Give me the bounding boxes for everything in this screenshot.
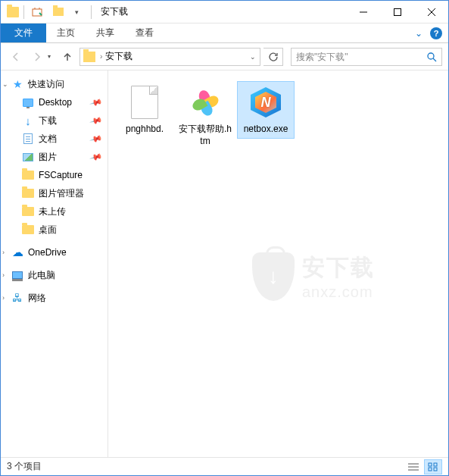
minimize-button[interactable] (346, 1, 380, 23)
pin-icon: 📌 (89, 96, 104, 109)
sidebar-item-documents[interactable]: 文档 📌 (1, 130, 108, 148)
chevron-right-icon[interactable]: › (2, 271, 5, 279)
back-button[interactable] (7, 48, 25, 66)
qat-separator (23, 5, 24, 19)
picture-icon (22, 151, 34, 163)
breadcrumb-current[interactable]: 安下载 (104, 50, 134, 63)
expand-ribbon-icon[interactable]: ⌄ (415, 28, 422, 39)
watermark-cn: 安下载 (302, 252, 375, 283)
folder-icon (7, 7, 19, 17)
sidebar-item-desktop[interactable]: Desktop 📌 (1, 93, 108, 111)
chevron-right-icon[interactable]: › (2, 294, 5, 302)
svg-rect-12 (429, 468, 432, 471)
folder-icon (22, 169, 34, 181)
tab-home[interactable]: 主页 (46, 23, 86, 42)
sidebar-onedrive[interactable]: › ☁ OneDrive (1, 243, 108, 261)
content-area: ⌄ ★ 快速访问 Desktop 📌 ↓ 下载 📌 文档 📌 图片 📌 FSCa… (1, 70, 448, 457)
network-icon: 🖧 (11, 292, 23, 304)
sidebar-quick-access[interactable]: ⌄ ★ 快速访问 (1, 75, 108, 93)
forward-button[interactable] (28, 48, 46, 66)
sidebar-thispc[interactable]: › 此电脑 (1, 266, 108, 284)
navbar: ▾ › 安下载 ⌄ (1, 43, 448, 70)
qat-customize-dropdown[interactable]: ▾ (71, 7, 82, 17)
maximize-button[interactable] (380, 1, 414, 23)
pin-icon: 📌 (89, 132, 104, 146)
sidebar-item-label: 图片管理器 (39, 187, 84, 200)
svg-rect-13 (434, 468, 437, 471)
tab-view[interactable]: 查看 (125, 23, 164, 42)
chevron-right-icon[interactable]: › (98, 52, 104, 61)
status-count: 3 个项目 (7, 460, 42, 473)
watermark-en: anxz.com (302, 283, 375, 301)
details-view-button[interactable] (404, 459, 422, 474)
statusbar: 3 个项目 (1, 457, 448, 475)
sidebar-item-downloads[interactable]: ↓ 下载 📌 (1, 111, 108, 130)
address-dropdown[interactable]: ⌄ (245, 53, 260, 61)
refresh-button[interactable] (263, 48, 283, 66)
qat-newfolder-button[interactable] (50, 4, 67, 20)
history-dropdown[interactable]: ▾ (48, 53, 51, 60)
file-icon (126, 84, 163, 121)
icons-view-button[interactable] (424, 459, 442, 474)
svg-rect-0 (33, 9, 42, 16)
titlebar-separator (91, 5, 92, 19)
tab-share[interactable]: 共享 (86, 23, 125, 42)
download-icon: ↓ (22, 114, 34, 127)
tab-file[interactable]: 文件 (1, 23, 46, 42)
file-item[interactable]: pnghhbd. (116, 81, 173, 139)
sidebar-item-label: 图片 (39, 151, 57, 164)
search-button[interactable] (422, 52, 441, 62)
svg-rect-11 (434, 463, 437, 466)
file-area[interactable]: pnghhbd. 安下载帮助.htm N netbox.exe 安下载 anxz… (108, 70, 448, 457)
sidebar-item-label: FSCapture (39, 170, 83, 180)
navigation-pane: ⌄ ★ 快速访问 Desktop 📌 ↓ 下载 📌 文档 📌 图片 📌 FSCa… (1, 70, 108, 457)
cloud-icon: ☁ (11, 246, 23, 258)
exe-icon: N (248, 84, 284, 121)
sidebar-item-fscapture[interactable]: FSCapture (1, 166, 108, 184)
pc-icon (11, 269, 23, 281)
star-icon: ★ (11, 78, 23, 90)
sidebar-network[interactable]: › 🖧 网络 (1, 289, 108, 307)
sidebar-item-label: 未上传 (39, 205, 66, 218)
file-label: netbox.exe (244, 124, 288, 136)
chevron-down-icon[interactable]: ⌄ (2, 80, 8, 88)
search-input[interactable] (292, 52, 422, 62)
qat-properties-button[interactable] (29, 4, 45, 20)
ribbon-right: ⌄ ? (415, 23, 448, 42)
watermark: 安下载 anxz.com (252, 252, 375, 301)
file-item[interactable]: 安下载帮助.htm (176, 81, 234, 150)
window-controls (346, 1, 448, 23)
folder-icon (22, 224, 34, 236)
sidebar-item-label: 网络 (28, 292, 46, 305)
sidebar-item-label: 此电脑 (28, 269, 55, 282)
folder-icon (22, 187, 34, 199)
sidebar-item-label: 下载 (39, 114, 57, 127)
folder-icon (22, 205, 34, 218)
sidebar-item-notuploaded[interactable]: 未上传 (1, 202, 108, 221)
sidebar-item-desktop2[interactable]: 桌面 (1, 221, 108, 239)
view-switcher (404, 459, 442, 474)
svg-line-6 (433, 58, 436, 61)
help-icon[interactable]: ? (430, 27, 442, 39)
close-button[interactable] (414, 1, 448, 23)
ribbon-tabs: 文件 主页 共享 查看 ⌄ ? (1, 23, 448, 43)
sidebar-item-label: Desktop (39, 97, 72, 108)
htm-icon (187, 84, 223, 121)
sidebar-item-pictures[interactable]: 图片 📌 (1, 148, 108, 166)
titlebar: ▾ 安下载 (1, 1, 448, 23)
shield-icon (252, 252, 295, 301)
document-icon (22, 133, 34, 145)
file-item[interactable]: N netbox.exe (237, 81, 295, 139)
folder-icon (83, 52, 95, 62)
sidebar-item-label: 桌面 (39, 224, 57, 236)
up-button[interactable] (58, 48, 76, 66)
searchbox (291, 48, 442, 66)
addressbar[interactable]: › 安下载 ⌄ (80, 48, 260, 66)
desktop-icon (22, 96, 34, 108)
svg-rect-2 (394, 8, 401, 15)
sidebar-item-label: 快速访问 (28, 78, 64, 91)
sidebar-item-picmanager[interactable]: 图片管理器 (1, 184, 108, 202)
chevron-right-icon[interactable]: › (2, 249, 5, 256)
file-label: pnghhbd. (126, 124, 164, 136)
svg-rect-10 (429, 463, 432, 466)
